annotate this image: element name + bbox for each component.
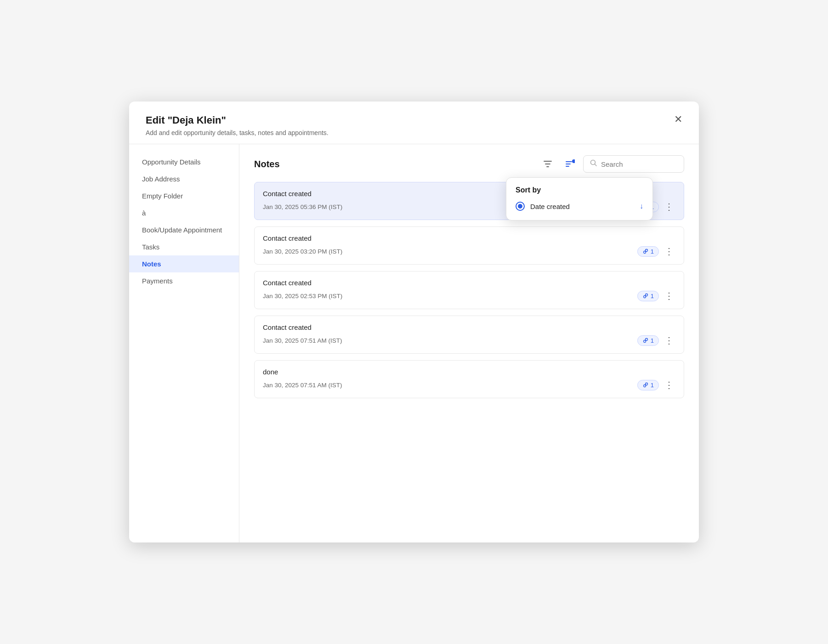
sidebar-item-notes[interactable]: Notes (129, 255, 239, 272)
notes-section-title: Notes (254, 159, 539, 169)
note-more-button[interactable]: ⋮ (663, 201, 675, 212)
link-icon (642, 382, 649, 388)
note-link-badge[interactable]: 1 (637, 335, 659, 346)
note-footer: Jan 30, 2025 03:20 PM (IST) 1 ⋮ (263, 246, 675, 257)
sidebar-item-opportunity-details[interactable]: Opportunity Details (129, 153, 239, 170)
sort-radio-inner (518, 204, 522, 209)
sidebar: Opportunity DetailsJob AddressEmpty Fold… (129, 144, 239, 542)
note-label: Contact created (263, 279, 675, 287)
sidebar-item-payments[interactable]: Payments (129, 272, 239, 289)
note-item: Contact created Jan 30, 2025 03:20 PM (I… (254, 226, 684, 265)
note-item: Contact created Jan 30, 2025 07:51 AM (I… (254, 316, 684, 354)
sidebar-item-a[interactable]: à (129, 204, 239, 221)
sort-dropdown-title: Sort by (516, 186, 643, 194)
note-date: Jan 30, 2025 05:36 PM (IST) (263, 203, 342, 210)
sort-direction-icon: ↓ (640, 202, 643, 210)
note-label: Contact created (263, 323, 675, 331)
search-input[interactable] (601, 160, 675, 168)
sort-dropdown: Sort by Date created ↓ (506, 177, 653, 220)
sidebar-item-job-address[interactable]: Job Address (129, 170, 239, 187)
header-actions (539, 155, 684, 173)
note-date: Jan 30, 2025 03:20 PM (IST) (263, 248, 342, 255)
note-date: Jan 30, 2025 07:51 AM (IST) (263, 382, 342, 389)
link-icon (642, 337, 649, 344)
sidebar-item-tasks[interactable]: Tasks (129, 238, 239, 255)
note-actions: 1 ⋮ (637, 246, 675, 257)
modal-subtitle: Add and edit opportunity details, tasks,… (146, 129, 682, 136)
modal-body: Opportunity DetailsJob AddressEmpty Fold… (129, 144, 699, 542)
link-icon (642, 293, 649, 299)
filter-icon (543, 159, 552, 169)
edit-modal: Edit "Deja Klein" Add and edit opportuni… (129, 102, 699, 542)
note-link-badge[interactable]: 1 (637, 291, 659, 301)
modal-header: Edit "Deja Klein" Add and edit opportuni… (129, 102, 699, 144)
sidebar-item-empty-folder[interactable]: Empty Folder (129, 187, 239, 204)
note-link-count: 1 (651, 248, 654, 255)
note-more-button[interactable]: ⋮ (663, 335, 675, 346)
sort-option-label: Date created (530, 203, 634, 210)
search-icon (590, 159, 597, 169)
note-actions: 1 ⋮ (637, 290, 675, 301)
sort-icon (565, 159, 575, 169)
sort-radio-date-created (516, 202, 525, 211)
close-button[interactable]: ✕ (674, 114, 682, 124)
note-label: done (263, 368, 675, 376)
note-link-count: 1 (651, 293, 654, 299)
search-box (583, 155, 684, 173)
note-more-button[interactable]: ⋮ (663, 246, 675, 257)
link-icon (642, 248, 649, 254)
note-item: Contact created Jan 30, 2025 02:53 PM (I… (254, 271, 684, 309)
note-link-badge[interactable]: 1 (637, 246, 659, 257)
note-actions: 1 ⋮ (637, 335, 675, 346)
note-link-badge[interactable]: 1 (637, 380, 659, 390)
note-actions: 1 ⋮ (637, 379, 675, 390)
main-content: Notes (239, 144, 699, 542)
note-footer: Jan 30, 2025 07:51 AM (IST) 1 ⋮ (263, 379, 675, 390)
note-link-count: 1 (651, 337, 654, 344)
sort-option-date-created[interactable]: Date created ↓ (516, 202, 643, 211)
modal-title: Edit "Deja Klein" (146, 114, 682, 126)
sort-button[interactable] (561, 155, 578, 173)
note-footer: Jan 30, 2025 07:51 AM (IST) 1 ⋮ (263, 335, 675, 346)
note-label: Contact created (263, 234, 675, 242)
note-link-count: 1 (651, 382, 654, 389)
note-date: Jan 30, 2025 02:53 PM (IST) (263, 293, 342, 299)
sidebar-item-book-update-appointment[interactable]: Book/Update Appointment (129, 221, 239, 238)
note-date: Jan 30, 2025 07:51 AM (IST) (263, 337, 342, 344)
note-footer: Jan 30, 2025 02:53 PM (IST) 1 ⋮ (263, 290, 675, 301)
note-item: done Jan 30, 2025 07:51 AM (IST) 1 ⋮ (254, 360, 684, 398)
note-more-button[interactable]: ⋮ (663, 290, 675, 301)
filter-button[interactable] (539, 155, 556, 173)
note-more-button[interactable]: ⋮ (663, 379, 675, 390)
notes-header: Notes (254, 155, 684, 173)
